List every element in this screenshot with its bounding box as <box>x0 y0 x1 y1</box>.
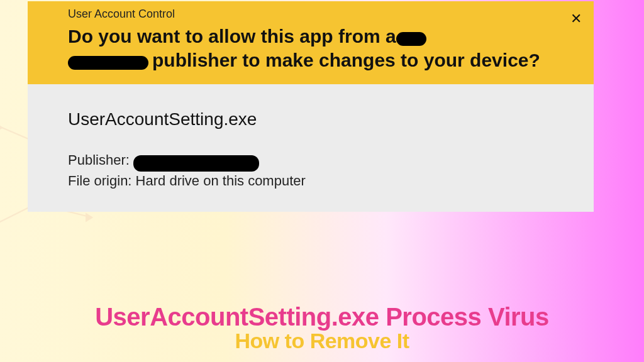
close-button[interactable]: ✕ <box>567 10 585 28</box>
redaction-mark <box>68 56 148 70</box>
uac-dialog-body: UserAccountSetting.exe Publisher: File o… <box>28 84 594 212</box>
uac-dialog-header: ✕ User Account Control Do you want to al… <box>28 1 594 84</box>
origin-value: Hard drive on this computer <box>136 173 306 189</box>
caption-title: UserAccountSetting.exe Process Virus <box>0 303 644 331</box>
close-icon: ✕ <box>570 11 582 27</box>
svg-marker-5 <box>0 124 2 131</box>
app-name: UserAccountSetting.exe <box>68 109 584 129</box>
uac-question-suffix: publisher to make changes to your device… <box>152 50 540 70</box>
uac-question-prefix: Do you want to allow this app from a <box>68 26 396 47</box>
svg-marker-9 <box>86 214 92 221</box>
page-background: sensorstechforum ✕ User Account Control … <box>0 0 644 362</box>
origin-label: File origin: <box>68 173 131 189</box>
publisher-label: Publisher: <box>68 152 130 168</box>
redaction-mark <box>396 32 426 46</box>
redaction-mark <box>133 155 259 172</box>
caption-subtitle: How to Remove It <box>0 329 644 353</box>
uac-question: Do you want to allow this app from a pub… <box>68 25 584 72</box>
file-origin-line: File origin: Hard drive on this computer <box>68 173 584 189</box>
article-caption: UserAccountSetting.exe Process Virus How… <box>0 303 644 353</box>
publisher-line: Publisher: <box>68 152 584 169</box>
uac-title: User Account Control <box>68 8 584 21</box>
uac-dialog: ✕ User Account Control Do you want to al… <box>28 1 594 212</box>
